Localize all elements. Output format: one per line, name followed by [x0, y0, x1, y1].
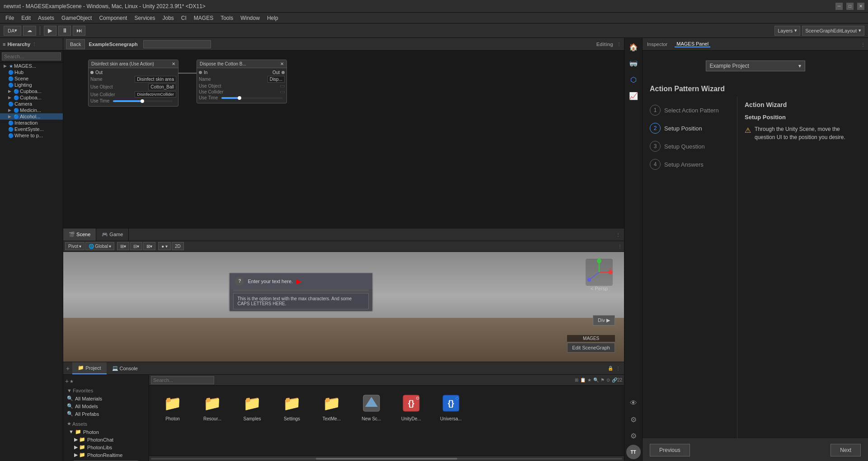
play-button[interactable]: ▶ — [44, 26, 56, 36]
cloud-button[interactable]: ☁ — [23, 26, 36, 36]
tree-item-lighting[interactable]: 🔵 Lighting — [0, 82, 63, 88]
edit-scenegraph-button[interactable]: Edit SceneGraph — [567, 343, 615, 353]
tree-item-scene[interactable]: 🔵 Scene — [0, 75, 63, 82]
fav-all-materials[interactable]: 🔍 All Materials — [65, 395, 147, 402]
assets-section[interactable]: ★ Assets — [65, 419, 147, 428]
sg-node-dispose[interactable]: Dispose the Cotton B... ✕ In Out Name — [197, 60, 287, 103]
next-button[interactable]: Next — [830, 444, 861, 456]
assets-info-btn[interactable]: ⊙ — [606, 377, 610, 382]
asset-tree-photonchat[interactable]: ▶ 📁 PhotonChat — [65, 436, 147, 443]
menu-item-window[interactable]: Window — [237, 13, 263, 23]
sidebar-add-button[interactable]: + — [65, 377, 69, 385]
scenegraph-menu-button[interactable]: ⋮ — [617, 42, 621, 47]
menu-item-edit[interactable]: Edit — [18, 13, 34, 23]
menu-item-help[interactable]: Help — [263, 13, 282, 23]
gear2-icon-button[interactable]: ⚙ — [626, 428, 641, 443]
pivot-button[interactable]: Pivot ▾ — [65, 242, 84, 250]
menu-item-services[interactable]: Services — [131, 13, 159, 23]
viewport-question-ui[interactable]: ? Enter your text here. ▶ This is the op… — [229, 272, 373, 312]
scene-options-button[interactable]: ⋮ — [616, 232, 620, 237]
tree-item-alcohol[interactable]: ▶ 🔵 Alcohol... — [0, 113, 63, 120]
tab-mages-panel[interactable]: MAGES Panel — [675, 41, 710, 47]
tree-item-camera[interactable]: 🔵 Camera — [0, 101, 63, 107]
right-more-button[interactable]: ⋮ — [861, 42, 865, 47]
tab-scene[interactable]: 🎬 Scene — [63, 228, 96, 241]
asset-unitydefault[interactable]: {} ⊙ UnityDe... — [393, 391, 429, 421]
asset-universal[interactable]: {} ◇ Universa... — [433, 391, 469, 421]
tab-game[interactable]: 🎮 Game — [96, 228, 129, 241]
account-button[interactable]: DA ▾ — [4, 26, 21, 36]
tab-inspector[interactable]: Inspector — [645, 42, 669, 47]
hierarchy-search-input[interactable] — [2, 52, 61, 61]
home-icon-button[interactable]: 🏠 — [626, 40, 641, 54]
tab-project[interactable]: 📁 Project — [72, 362, 106, 374]
avatar-button[interactable]: TT — [626, 445, 641, 459]
fav-all-prefabs[interactable]: 🔍 All Prefabs — [65, 410, 147, 418]
tree-item-medicine[interactable]: ▶ 🔵 Medicin... — [0, 107, 63, 113]
tree-item-whereto[interactable]: 🔵 Where to p... — [0, 132, 63, 139]
asset-resources[interactable]: 📁 Resour... — [194, 391, 230, 421]
tree-item-interaction[interactable]: 🔵 Interaction — [0, 120, 63, 126]
previous-button[interactable]: Previous — [650, 444, 690, 456]
project-select-dropdown[interactable]: Example Project ▾ — [706, 61, 805, 71]
close-button[interactable]: ✕ — [857, 3, 864, 10]
assets-flag-btn[interactable]: ⚑ — [601, 377, 605, 382]
asset-settings[interactable]: 📁 Settings — [274, 391, 310, 421]
assets-filter-btn[interactable]: 🔍 — [593, 377, 599, 382]
view-icon-button[interactable]: 👁 — [626, 396, 641, 410]
bottom-more-button[interactable]: ⋮ — [616, 366, 620, 371]
asset-tree-photon[interactable]: ▼ 📁 Photon — [65, 428, 147, 436]
layers-dropdown[interactable]: Layers ▾ — [774, 26, 800, 36]
wizard-step-1[interactable]: 1 Select Action Pattern — [647, 101, 732, 119]
sg-node-disinfect[interactable]: Disinfect skin area (Use Action) ✕ Out N… — [88, 60, 178, 107]
pause-button[interactable]: ⏸ — [58, 26, 71, 36]
minimize-button[interactable]: ─ — [835, 3, 843, 10]
menu-item-mages[interactable]: MAGES — [190, 13, 217, 23]
horizontal-scrollbar-thumb[interactable] — [316, 458, 457, 460]
menu-item-gameobject[interactable]: GameObject — [58, 13, 95, 23]
tab-console[interactable]: 💻 Console — [107, 362, 143, 374]
wizard-step-2[interactable]: 2 Setup Position — [647, 119, 732, 137]
tree-item-cupboard2[interactable]: ▶ 🔵 Cupboa... — [0, 94, 63, 101]
wizard-step-4[interactable]: 4 Setup Answers — [647, 155, 732, 173]
shading-btn[interactable]: ● ▾ — [158, 242, 171, 250]
gear1-icon-button[interactable]: ⚙ — [626, 412, 641, 427]
asset-photon[interactable]: 📁 Photon — [155, 391, 191, 421]
grid-btn-2[interactable]: ⊟▾ — [130, 242, 142, 250]
assets-grid-btn[interactable]: ⊞ — [575, 377, 578, 382]
tree-item-eventsystem[interactable]: 🔵 EventSyste... — [0, 126, 63, 132]
assets-star-btn[interactable]: ★ — [587, 377, 591, 382]
tree-item-mages[interactable]: ▶ ★ MAGES... — [0, 63, 63, 69]
chart-icon-button[interactable]: 📈 — [626, 88, 641, 103]
scenegraph-back-button[interactable]: Back — [66, 39, 85, 49]
global-button[interactable]: 🌐 Global ▾ — [85, 242, 114, 250]
vr-icon-button[interactable]: 🥽 — [626, 56, 641, 70]
menu-item-ci[interactable]: CI — [178, 13, 190, 23]
add-asset-button[interactable]: + — [66, 365, 70, 372]
assets-search-input[interactable] — [151, 376, 214, 384]
maximize-button[interactable]: □ — [846, 3, 854, 10]
grid-btn-1[interactable]: ⊞▾ — [117, 242, 129, 250]
wizard-step-3[interactable]: 3 Setup Question — [647, 137, 732, 155]
asset-textme[interactable]: 📁 TextMe... — [314, 391, 350, 421]
2d-btn[interactable]: 2D — [172, 242, 184, 250]
graph-icon-button[interactable]: ⬡ — [626, 72, 641, 87]
menu-item-assets[interactable]: Assets — [34, 13, 58, 23]
asset-samples[interactable]: 📁 Samples — [234, 391, 270, 421]
scene-viewport[interactable]: ? Enter your text here. ▶ This is the op… — [63, 252, 624, 362]
grid-btn-3[interactable]: ⊠▾ — [143, 242, 155, 250]
menu-item-file[interactable]: File — [2, 13, 18, 23]
favorites-section[interactable]: ▼ Favorites — [65, 386, 147, 395]
viewport-nav-arrow[interactable]: Div ▶ — [593, 315, 615, 326]
assets-list-btn[interactable]: 📋 — [580, 377, 586, 382]
menu-item-jobs[interactable]: Jobs — [159, 13, 177, 23]
asset-tree-photonlibs[interactable]: ▶ 📁 PhotonLibs — [65, 443, 147, 451]
asset-newscene[interactable]: New Sc... — [353, 391, 389, 421]
scene-more-button[interactable]: ⋮ — [618, 244, 622, 249]
menu-item-component[interactable]: Component — [95, 13, 131, 23]
tree-item-hub[interactable]: 🔵 Hub — [0, 69, 63, 75]
scenegraph-search-input[interactable] — [143, 40, 211, 48]
fav-all-models[interactable]: 🔍 All Models — [65, 402, 147, 410]
hierarchy-menu-button[interactable]: ⋮ — [32, 42, 37, 47]
asset-tree-photonrealtime[interactable]: ▶ 📁 PhotonRealtime — [65, 451, 147, 459]
